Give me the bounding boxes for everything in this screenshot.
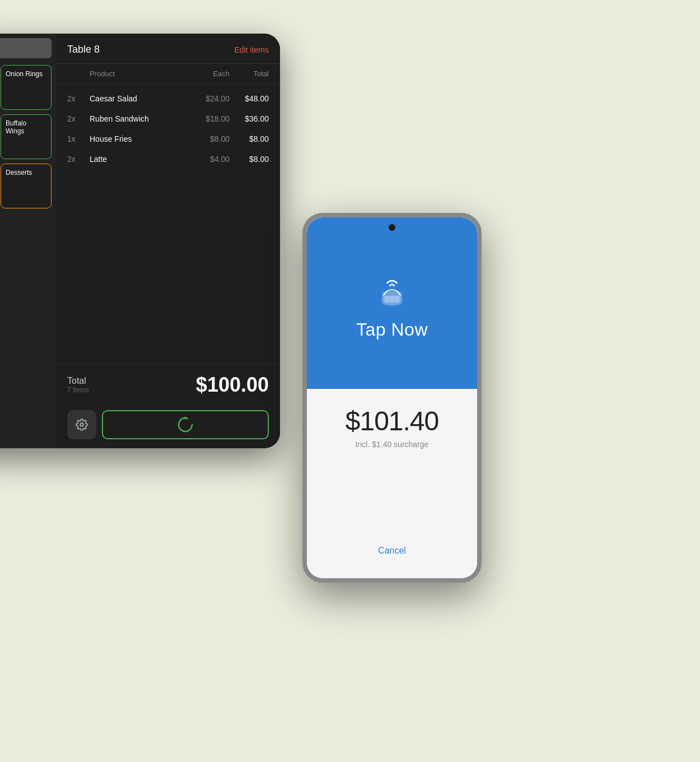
phone-screen: Tap Now $101.40 Incl. $1.40 surcharge Ca… [307,217,477,578]
order-table-header: Product Each Total [56,64,280,84]
total-section: Total 7 items $100.00 [67,373,269,397]
edit-items-button[interactable]: Edit items [235,45,269,54]
svg-point-0 [80,423,83,426]
total-items-count: 7 items [67,386,89,394]
table-row: 2x Caesar Salad $24.00 $48.00 [56,89,280,109]
svg-point-2 [184,417,186,419]
table-row: 2x Ruben Sandwich $18.00 $36.00 [56,109,280,129]
total-label-group: Total 7 items [67,376,89,394]
process-payment-button[interactable] [102,410,269,439]
total-label: Total [67,376,89,386]
table-row: 2x Latte $4.00 $8.00 [56,149,280,169]
tap-now-label: Tap Now [356,319,428,340]
menu-item-buffalo-wings[interactable]: Buffalo Wings [1,114,52,159]
action-bar [56,405,280,448]
phone-payment-screen: $101.40 Incl. $1.40 surcharge Cancel [307,389,477,578]
payment-amount: $101.40 [346,406,439,436]
menu-item-desserts[interactable]: Desserts [1,164,52,208]
payment-info: $101.40 Incl. $1.40 surcharge [346,406,439,449]
col-product: Product [90,69,185,78]
menu-item-onion-rings[interactable]: Onion Rings [1,65,52,110]
contactless-icon [370,277,414,310]
phone-notch [389,224,395,231]
order-footer: Total 7 items $100.00 [56,364,280,405]
tablet-device: g Onion Rings nwich Buffalo Wings s Dess… [0,34,280,448]
order-items-list: 2x Caesar Salad $24.00 $48.00 2x Ruben S… [56,84,280,364]
spinner-icon [177,416,194,433]
phone-tap-screen: Tap Now [307,217,477,389]
col-each: Each [185,69,230,78]
svg-point-1 [179,418,192,431]
svg-rect-5 [384,296,400,303]
sidebar: g Onion Rings nwich Buffalo Wings s Dess… [0,34,56,448]
order-header: Table 8 Edit items [56,34,280,64]
cancel-button[interactable]: Cancel [361,540,423,561]
phone-device: Tap Now $101.40 Incl. $1.40 surcharge Ca… [302,213,482,583]
order-panel: Table 8 Edit items Product Each Total 2x… [56,34,280,448]
total-amount: $100.00 [196,373,269,397]
table-row: 1x House Fries $8.00 $8.00 [56,129,280,149]
sidebar-top-bar [0,38,52,58]
surcharge-note: Incl. $1.40 surcharge [346,440,439,449]
settings-button[interactable] [67,410,96,439]
table-title: Table 8 [67,44,100,55]
gear-icon [76,419,88,431]
col-total: Total [230,69,269,78]
